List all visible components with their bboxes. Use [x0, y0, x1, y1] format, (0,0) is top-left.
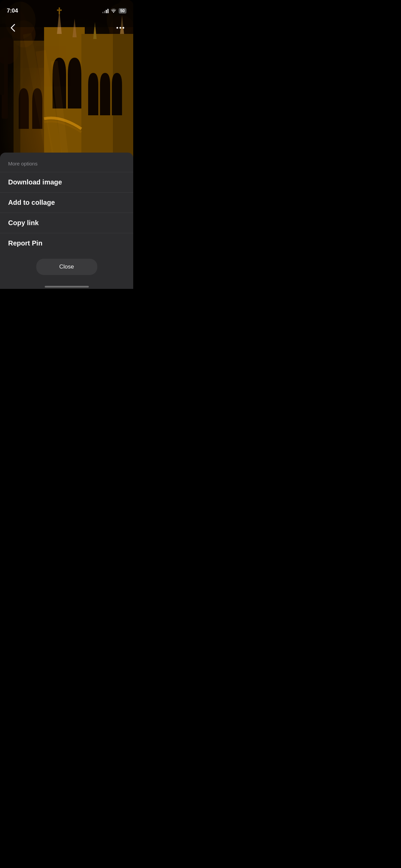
- svg-point-31: [123, 27, 124, 29]
- wifi-icon: [111, 8, 117, 14]
- signal-icon: [102, 8, 108, 13]
- more-options-button[interactable]: [113, 20, 128, 35]
- svg-point-30: [120, 27, 121, 29]
- bottom-sheet: More options Download image Add to colla…: [0, 153, 133, 289]
- sheet-title: More options: [0, 161, 133, 172]
- battery-level: 50: [119, 8, 126, 14]
- home-indicator-bar: [45, 286, 89, 288]
- battery-icon: 50: [119, 8, 126, 14]
- status-bar: 7:04 50: [0, 0, 133, 17]
- download-image-button[interactable]: Download image: [0, 172, 133, 193]
- status-icons: 50: [102, 8, 126, 14]
- copy-link-button[interactable]: Copy link: [0, 213, 133, 233]
- close-button[interactable]: Close: [36, 259, 97, 275]
- back-button[interactable]: [5, 20, 20, 35]
- home-indicator: [0, 283, 133, 289]
- status-time: 7:04: [7, 7, 18, 14]
- report-pin-button[interactable]: Report Pin: [0, 233, 133, 253]
- add-to-collage-button[interactable]: Add to collage: [0, 193, 133, 213]
- close-button-wrapper: Close: [0, 253, 133, 283]
- svg-point-29: [117, 27, 118, 29]
